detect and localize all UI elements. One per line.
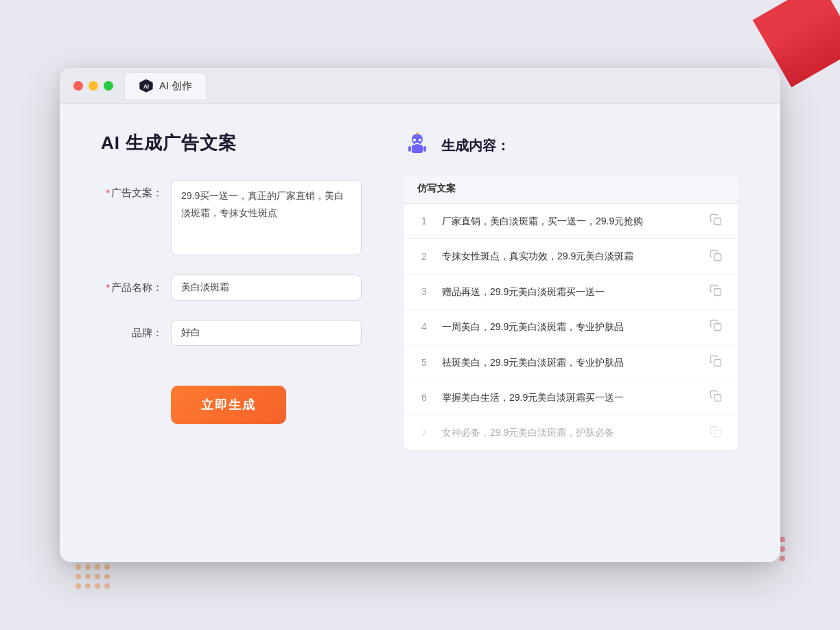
row-text: 女神必备，29.9元美白淡斑霜，护肤必备 bbox=[442, 425, 699, 440]
row-number: 5 bbox=[417, 357, 431, 368]
table-header: 仿写文案 bbox=[404, 174, 738, 204]
ad-copy-input[interactable] bbox=[171, 180, 362, 255]
svg-rect-18 bbox=[714, 430, 721, 436]
right-header: 生成内容： bbox=[403, 131, 739, 160]
copy-icon[interactable] bbox=[710, 319, 725, 334]
traffic-light-green[interactable] bbox=[104, 81, 113, 91]
row-number: 6 bbox=[417, 392, 431, 403]
product-name-group: *产品名称： bbox=[101, 275, 362, 301]
copy-icon[interactable] bbox=[710, 213, 725, 229]
browser-tab[interactable]: AI AI 创作 bbox=[124, 72, 207, 99]
row-text: 一周美白，29.9元美白淡斑霜，专业护肤品 bbox=[442, 319, 699, 334]
table-row: 3赠品再送，29.9元美白淡斑霜买一送一 bbox=[404, 275, 738, 310]
copy-icon[interactable] bbox=[710, 249, 725, 264]
row-number: 3 bbox=[417, 286, 431, 297]
brand-group: 品牌： bbox=[101, 320, 362, 346]
svg-rect-12 bbox=[714, 218, 721, 225]
right-panel: 生成内容： 仿写文案 1厂家直销，美白淡斑霜，买一送一，29.9元抢购2专抹女性… bbox=[403, 131, 739, 529]
browser-window: AI AI 创作 AI 生成广告文案 *广告文案： *产品名称： bbox=[60, 68, 780, 562]
svg-rect-10 bbox=[408, 146, 411, 152]
required-mark-1: * bbox=[106, 187, 110, 198]
traffic-light-red[interactable] bbox=[73, 81, 83, 91]
row-text: 专抹女性斑点，真实功效，29.9元美白淡斑霜 bbox=[442, 248, 699, 264]
results-table: 仿写文案 1厂家直销，美白淡斑霜，买一送一，29.9元抢购2专抹女性斑点，真实功… bbox=[403, 174, 739, 451]
svg-rect-15 bbox=[714, 324, 721, 331]
ai-tab-icon: AI bbox=[139, 78, 154, 93]
table-row: 7女神必备，29.9元美白淡斑霜，护肤必备 bbox=[404, 415, 738, 450]
row-number: 1 bbox=[417, 215, 431, 226]
copy-icon[interactable] bbox=[710, 390, 725, 405]
svg-rect-14 bbox=[714, 289, 721, 296]
table-row: 5祛斑美白，29.9元美白淡斑霜，专业护肤品 bbox=[404, 345, 738, 380]
page-title: AI 生成广告文案 bbox=[101, 131, 362, 155]
svg-point-9 bbox=[417, 132, 419, 135]
svg-rect-16 bbox=[714, 360, 721, 366]
brand-input[interactable] bbox=[171, 320, 362, 346]
results-rows: 1厂家直销，美白淡斑霜，买一送一，29.9元抢购2专抹女性斑点，真实功效，29.… bbox=[404, 204, 738, 450]
table-row: 6掌握美白生活，29.9元美白淡斑霜买一送一 bbox=[404, 380, 738, 415]
traffic-light-yellow[interactable] bbox=[89, 81, 98, 91]
svg-point-4 bbox=[413, 139, 416, 141]
content-area: AI 生成广告文案 *广告文案： *产品名称： 品牌： 立即生成 bbox=[60, 104, 780, 557]
right-title: 生成内容： bbox=[441, 137, 510, 155]
row-text: 赠品再送，29.9元美白淡斑霜买一送一 bbox=[442, 284, 699, 299]
table-row: 2专抹女性斑点，真实功效，29.9元美白淡斑霜 bbox=[404, 239, 738, 274]
title-bar: AI AI 创作 bbox=[60, 68, 780, 104]
svg-rect-17 bbox=[714, 395, 721, 401]
dot-decoration-left bbox=[75, 564, 110, 589]
generate-button[interactable]: 立即生成 bbox=[171, 386, 286, 424]
robot-icon bbox=[403, 131, 432, 160]
copy-icon[interactable] bbox=[710, 355, 725, 370]
svg-text:AI: AI bbox=[143, 84, 149, 90]
svg-rect-13 bbox=[714, 253, 721, 260]
product-name-label: *产品名称： bbox=[101, 275, 163, 294]
table-row: 1厂家直销，美白淡斑霜，买一送一，29.9元抢购 bbox=[404, 204, 738, 239]
row-text: 厂家直销，美白淡斑霜，买一送一，29.9元抢购 bbox=[442, 213, 699, 229]
row-number: 7 bbox=[417, 428, 431, 439]
required-mark-2: * bbox=[106, 281, 110, 293]
ad-copy-label: *广告文案： bbox=[101, 180, 163, 200]
brand-label: 品牌： bbox=[101, 320, 163, 340]
row-number: 4 bbox=[417, 321, 431, 332]
row-text: 掌握美白生活，29.9元美白淡斑霜买一送一 bbox=[442, 390, 699, 405]
left-panel: AI 生成广告文案 *广告文案： *产品名称： 品牌： 立即生成 bbox=[101, 131, 362, 529]
copy-icon[interactable] bbox=[710, 425, 725, 441]
table-row: 4一周美白，29.9元美白淡斑霜，专业护肤品 bbox=[404, 310, 738, 345]
svg-rect-11 bbox=[423, 146, 426, 152]
svg-rect-3 bbox=[412, 145, 423, 153]
tab-label: AI 创作 bbox=[159, 80, 192, 93]
traffic-lights bbox=[73, 81, 113, 91]
row-number: 2 bbox=[417, 251, 431, 262]
ad-copy-group: *广告文案： bbox=[101, 180, 362, 255]
copy-icon[interactable] bbox=[710, 284, 725, 299]
row-text: 祛斑美白，29.9元美白淡斑霜，专业护肤品 bbox=[442, 355, 699, 370]
svg-point-5 bbox=[419, 139, 421, 141]
svg-rect-6 bbox=[415, 143, 419, 144]
product-name-input[interactable] bbox=[171, 275, 362, 301]
